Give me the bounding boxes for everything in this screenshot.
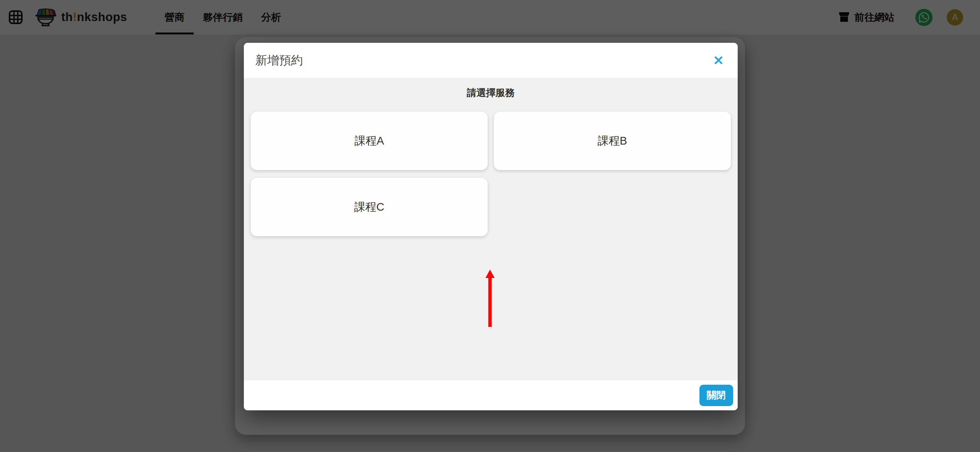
modal-header: 新增預約 ✕ bbox=[244, 43, 738, 78]
modal-title: 新增預約 bbox=[255, 52, 303, 68]
service-card-course-b[interactable]: 課程B bbox=[494, 112, 731, 170]
service-grid: 課程A 課程B 課程C bbox=[251, 112, 731, 236]
service-card-course-c[interactable]: 課程C bbox=[251, 178, 488, 236]
red-up-arrow-annotation bbox=[485, 270, 495, 327]
select-service-prompt: 請選擇服務 bbox=[251, 87, 731, 98]
close-button[interactable]: 關閉 bbox=[699, 385, 733, 406]
service-card-course-a[interactable]: 課程A bbox=[251, 112, 488, 170]
close-icon[interactable]: ✕ bbox=[711, 52, 727, 68]
add-booking-modal: 新增預約 ✕ 請選擇服務 課程A 課程B 課程C 關閉 bbox=[244, 43, 738, 410]
modal-body: 請選擇服務 課程A 課程B 課程C bbox=[244, 78, 738, 380]
modal-footer: 關閉 bbox=[244, 380, 738, 410]
